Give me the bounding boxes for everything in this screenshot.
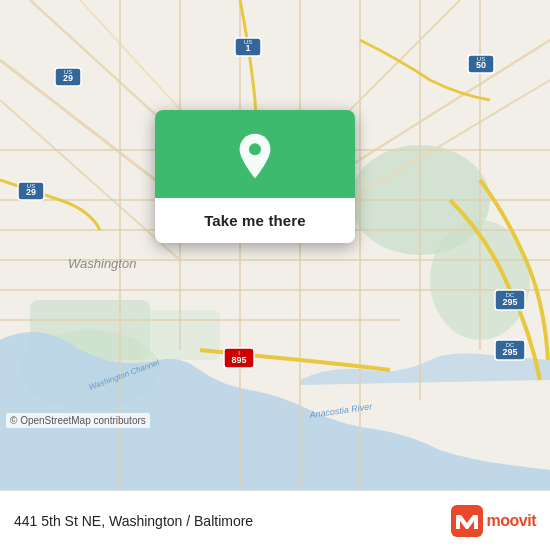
moovit-m-icon — [451, 505, 483, 537]
svg-point-50 — [249, 143, 261, 155]
svg-text:US: US — [27, 183, 35, 189]
svg-text:US: US — [64, 69, 72, 75]
svg-text:US: US — [244, 39, 252, 45]
svg-text:295: 295 — [502, 297, 517, 307]
bottom-bar: 441 5th St NE, Washington / Baltimore mo… — [0, 490, 550, 550]
svg-text:895: 895 — [231, 355, 246, 365]
address-text: 441 5th St NE, Washington / Baltimore — [14, 513, 443, 529]
svg-text:US: US — [477, 56, 485, 62]
svg-text:DC: DC — [506, 292, 515, 298]
location-pin-icon — [231, 132, 279, 180]
svg-rect-51 — [451, 505, 483, 537]
svg-text:295: 295 — [502, 347, 517, 357]
moovit-logo: moovit — [451, 505, 536, 537]
popup-icon-area — [155, 110, 355, 198]
popup-card: Take me there — [155, 110, 355, 243]
svg-text:Washington: Washington — [68, 256, 136, 271]
take-me-there-button[interactable]: Take me there — [155, 198, 355, 243]
svg-text:DC: DC — [506, 342, 515, 348]
map-container: 29 US 29 US 1 US 50 US 295 DC 295 DC 895… — [0, 0, 550, 490]
openstreetmap-credit: © OpenStreetMap contributors — [6, 413, 150, 428]
moovit-label: moovit — [487, 512, 536, 530]
